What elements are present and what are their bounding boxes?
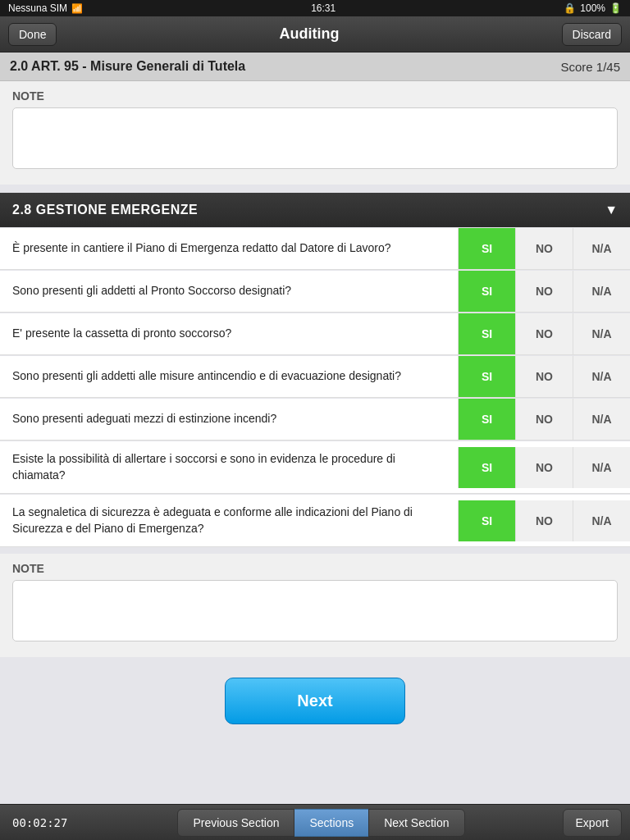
si-button-1[interactable]: SI (458, 271, 515, 312)
question-text: È presente in cantiere il Piano di Emerg… (0, 231, 458, 267)
battery-label: 100% (580, 2, 605, 14)
timer-label: 00:02:27 (0, 816, 80, 829)
answer-buttons: SI NO N/A (458, 447, 630, 488)
top-note-label: NOTE (12, 89, 618, 103)
no-button-3[interactable]: NO (515, 356, 573, 397)
chevron-down-icon: ▼ (605, 203, 618, 217)
no-button-6[interactable]: NO (515, 500, 573, 541)
na-button-2[interactable]: N/A (573, 313, 630, 354)
wifi-icon: 📶 (71, 3, 83, 14)
subsection-title: 2.8 GESTIONE EMERGENZE (12, 203, 198, 217)
no-button-1[interactable]: NO (515, 271, 573, 312)
sections-button[interactable]: Sections (294, 809, 368, 837)
previous-section-button[interactable]: Previous Section (177, 809, 294, 837)
status-bar: Nessuna SIM 📶 16:31 🔒 100% 🔋 (0, 0, 630, 16)
si-button-5[interactable]: SI (458, 447, 515, 488)
si-button-2[interactable]: SI (458, 313, 515, 354)
no-button-4[interactable]: NO (515, 399, 573, 440)
answer-buttons: SI NO N/A (458, 228, 630, 269)
answer-buttons: SI NO N/A (458, 313, 630, 354)
top-note-section: NOTE (0, 81, 630, 185)
lock-icon: 🔒 (564, 2, 576, 14)
si-button-4[interactable]: SI (458, 399, 515, 440)
na-button-0[interactable]: N/A (573, 228, 630, 269)
table-row: La segnaletica di sicurezza è adeguata e… (0, 495, 630, 547)
na-button-1[interactable]: N/A (573, 271, 630, 312)
table-row: E' presente la cassetta di pronto soccor… (0, 313, 630, 355)
table-row: Sono presenti gli addetti al Pronto Socc… (0, 271, 630, 313)
bottom-note-textarea[interactable] (12, 580, 618, 641)
top-note-textarea[interactable] (12, 107, 618, 169)
answer-buttons: SI NO N/A (458, 356, 630, 397)
next-section: Next (0, 661, 630, 741)
discard-button[interactable]: Discard (562, 23, 622, 46)
carrier-label: Nessuna SIM (8, 2, 67, 14)
na-button-3[interactable]: N/A (573, 356, 630, 397)
na-button-4[interactable]: N/A (573, 399, 630, 440)
next-button[interactable]: Next (225, 678, 405, 724)
answer-buttons: SI NO N/A (458, 500, 630, 541)
section-score: Score 1/45 (560, 60, 620, 74)
table-row: Esiste la possibilità di allertare i soc… (0, 441, 630, 494)
battery-icon: 🔋 (609, 2, 622, 14)
no-button-0[interactable]: NO (515, 228, 573, 269)
no-button-2[interactable]: NO (515, 313, 573, 354)
done-button[interactable]: Done (8, 23, 57, 46)
bottom-nav-buttons: Previous Section Sections Next Section (80, 809, 562, 837)
content-area: NOTE 2.8 GESTIONE EMERGENZE ▼ È presente… (0, 81, 630, 803)
question-text: Sono presenti gli addetti al Pronto Socc… (0, 273, 458, 309)
si-button-0[interactable]: SI (458, 228, 515, 269)
question-text: La segnaletica di sicurezza è adeguata e… (0, 495, 458, 546)
status-right: 🔒 100% 🔋 (564, 2, 622, 14)
na-button-6[interactable]: N/A (573, 500, 630, 541)
table-row: Sono presenti gli addetti alle misure an… (0, 356, 630, 398)
question-text: Sono presenti gli addetti alle misure an… (0, 358, 458, 395)
question-text: E' presente la cassetta di pronto soccor… (0, 316, 458, 352)
bottom-note-section: NOTE (0, 554, 630, 657)
table-row: È presente in cantiere il Piano di Emerg… (0, 228, 630, 270)
answer-buttons: SI NO N/A (458, 271, 630, 312)
bottom-note-label: NOTE (12, 562, 618, 575)
questions-container: È presente in cantiere il Piano di Emerg… (0, 228, 630, 547)
time-label: 16:31 (311, 2, 336, 14)
subsection-header[interactable]: 2.8 GESTIONE EMERGENZE ▼ (0, 193, 630, 227)
table-row: Sono presenti adeguati mezzi di estinzio… (0, 399, 630, 441)
section-header: 2.0 ART. 95 - Misure Generali di Tutela … (0, 52, 630, 81)
nav-bar: Done Auditing Discard (0, 16, 630, 52)
question-text: Sono presenti adeguati mezzi di estinzio… (0, 401, 458, 437)
bottom-toolbar: 00:02:27 Previous Section Sections Next … (0, 804, 630, 840)
section-title: 2.0 ART. 95 - Misure Generali di Tutela (10, 59, 245, 74)
question-text: Esiste la possibilità di allertare i soc… (0, 441, 458, 493)
si-button-3[interactable]: SI (458, 356, 515, 397)
no-button-5[interactable]: NO (515, 447, 573, 488)
next-section-button[interactable]: Next Section (368, 809, 464, 837)
na-button-5[interactable]: N/A (573, 447, 630, 488)
answer-buttons: SI NO N/A (458, 399, 630, 440)
status-left: Nessuna SIM 📶 (8, 2, 83, 14)
si-button-6[interactable]: SI (458, 500, 515, 541)
nav-title: Auditing (280, 25, 340, 43)
export-button[interactable]: Export (563, 809, 622, 837)
